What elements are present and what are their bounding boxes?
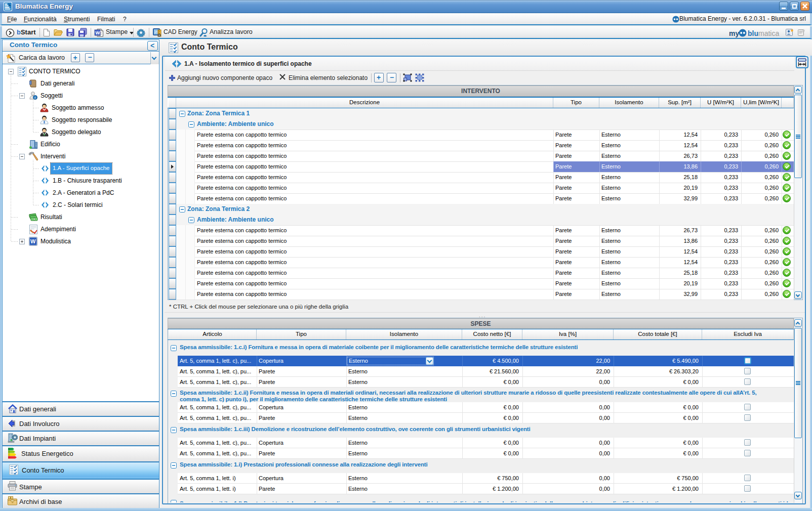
svg-text:i: i xyxy=(34,96,35,99)
svg-text:W: W xyxy=(96,30,100,35)
svg-text:W: W xyxy=(30,238,36,244)
